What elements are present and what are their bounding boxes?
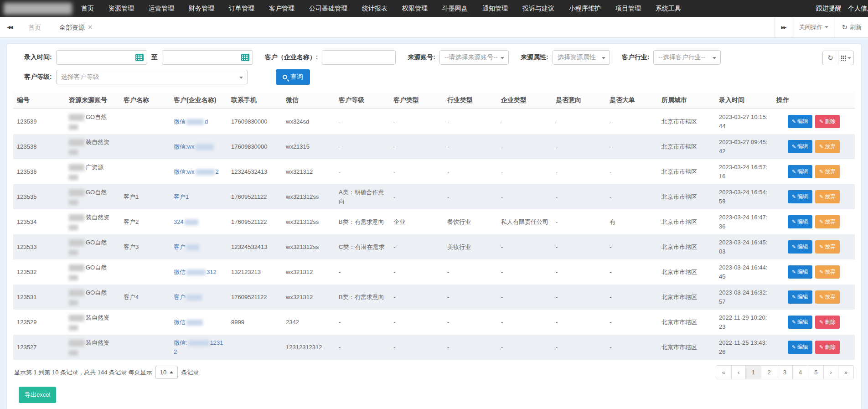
cell-source-account: GO自然 xyxy=(65,109,120,135)
page-link-›[interactable]: › xyxy=(823,365,838,379)
nav-item[interactable]: 订单管理 xyxy=(222,0,262,17)
nav-item[interactable]: 资源管理 xyxy=(101,0,141,17)
nav-item[interactable]: 统计报表 xyxy=(355,0,395,17)
nav-item[interactable]: 运营管理 xyxy=(141,0,181,17)
redacted-block xyxy=(69,315,84,321)
customer-name-input[interactable] xyxy=(322,50,396,65)
delete-button[interactable]: ✎删除 xyxy=(815,316,840,329)
edit-button[interactable]: ✎编辑 xyxy=(788,115,812,128)
abandon-button[interactable]: ✎放弃 xyxy=(815,190,840,203)
edit-button[interactable]: ✎编辑 xyxy=(788,290,812,304)
cell-company-name: 324 xyxy=(170,209,227,234)
close-operations-dropdown[interactable]: 关闭操作 xyxy=(792,17,835,37)
edit-pencil-icon: ✎ xyxy=(792,344,796,350)
column-header: 资源来源账号 xyxy=(65,92,120,109)
cell-company-name: 微信312 xyxy=(170,259,227,285)
abandon-button[interactable]: ✎放弃 xyxy=(815,215,840,228)
entry-time-end-input[interactable] xyxy=(162,50,253,65)
nav-item[interactable]: 投诉与建议 xyxy=(515,0,562,17)
nav-item[interactable]: 斗墨网盘 xyxy=(435,0,475,17)
nav-item[interactable]: 财务管理 xyxy=(181,0,222,17)
nav-item[interactable]: 通知管理 xyxy=(475,0,515,17)
page-link-2[interactable]: 2 xyxy=(761,365,777,379)
cell-industry-type: - xyxy=(444,259,497,285)
redacted-block xyxy=(69,350,78,356)
company-link[interactable]: 微信:12312 xyxy=(174,339,223,355)
cell-intent: - xyxy=(552,184,606,209)
columns-toggle-button[interactable] xyxy=(838,51,854,65)
tabs-collapse-left-icon[interactable]: ◀◀ xyxy=(0,17,19,37)
company-link[interactable]: 微信:wx2 xyxy=(174,168,219,175)
tab-首页[interactable]: 首页 xyxy=(19,17,50,37)
cell-customer-name xyxy=(120,159,170,184)
refresh-table-button[interactable]: ↻ xyxy=(822,51,838,65)
refresh-button[interactable]: ↻ 刷新 xyxy=(835,17,868,37)
nav-item[interactable]: 公司基础管理 xyxy=(302,0,355,17)
abandon-button[interactable]: ✎放弃 xyxy=(815,140,840,153)
edit-button[interactable]: ✎编辑 xyxy=(788,316,812,329)
abandon-button[interactable]: ✎放弃 xyxy=(815,165,840,178)
cell-industry-type: 餐饮行业 xyxy=(444,209,497,234)
company-link[interactable]: 客户1 xyxy=(174,193,189,200)
abandon-button[interactable]: ✎放弃 xyxy=(815,265,840,279)
company-link[interactable]: 微信312 xyxy=(174,269,217,275)
tab-全部资源[interactable]: 全部资源× xyxy=(50,17,101,37)
edit-pencil-icon: ✎ xyxy=(819,319,823,325)
nav-item[interactable]: 首页 xyxy=(74,0,101,17)
company-link[interactable]: 客户 xyxy=(174,294,203,300)
edit-button[interactable]: ✎编辑 xyxy=(788,190,812,203)
close-tab-icon[interactable]: × xyxy=(88,23,92,31)
calendar-icon[interactable] xyxy=(241,54,249,61)
page-link-3[interactable]: 3 xyxy=(777,365,793,379)
customer-level-select[interactable]: 选择客户等级 xyxy=(56,70,248,84)
page-link-«[interactable]: « xyxy=(716,365,732,379)
abandon-button[interactable]: ✎放弃 xyxy=(815,290,840,304)
edit-button[interactable]: ✎编辑 xyxy=(788,341,812,354)
nav-item[interactable]: 系统工具 xyxy=(648,0,688,17)
redacted-block xyxy=(69,225,78,230)
delete-button[interactable]: ✎删除 xyxy=(815,341,840,354)
nav-menu: 首页资源管理运营管理财务管理订单管理客户管理公司基础管理统计报表权限管理斗墨网盘… xyxy=(74,0,688,17)
column-header: 微信 xyxy=(282,92,335,109)
company-link[interactable]: 微信 xyxy=(174,319,204,326)
table-row: 123531GO自然客户4客户17609521122wx321312B类：有需求… xyxy=(13,285,855,310)
tabs-forward-button[interactable]: ▶▶ xyxy=(775,17,792,37)
edit-button[interactable]: ✎编辑 xyxy=(788,215,812,228)
page-link-4[interactable]: 4 xyxy=(792,365,808,379)
edit-button[interactable]: ✎编辑 xyxy=(788,140,812,153)
cell-level: - xyxy=(335,109,390,135)
page-link-5[interactable]: 5 xyxy=(808,365,824,379)
export-excel-button[interactable]: 导出excel xyxy=(19,387,56,403)
page-item: 3 xyxy=(777,365,793,379)
page-link-‹[interactable]: ‹ xyxy=(731,365,746,379)
nav-item[interactable]: 项目管理 xyxy=(608,0,648,17)
abandon-button[interactable]: ✎放弃 xyxy=(815,240,840,254)
cell-level: - xyxy=(335,259,390,285)
edit-button[interactable]: ✎编辑 xyxy=(788,165,812,178)
table-row: 123538装自然资微信:wx17609830000wx21315------北… xyxy=(13,134,855,159)
page-size-dropdown[interactable]: 10 xyxy=(155,366,178,379)
company-link[interactable]: 324 xyxy=(174,218,199,225)
source-account-select[interactable]: --请选择来源账号-- xyxy=(439,50,509,65)
summary-prefix: 显示第 1 到第 10 条记录，总共 144 条记录 每页显示 xyxy=(14,368,152,377)
source-attr-select[interactable]: 选择资源属性 xyxy=(553,50,610,65)
page-link-»[interactable]: » xyxy=(838,365,854,379)
delete-button[interactable]: ✎删除 xyxy=(815,115,840,128)
calendar-icon[interactable] xyxy=(135,54,144,61)
page-link-1[interactable]: 1 xyxy=(745,365,761,379)
company-link[interactable]: 微信d xyxy=(174,118,208,125)
customer-industry-select[interactable]: --选择客户行业-- xyxy=(653,50,721,65)
company-link[interactable]: 微信:wx xyxy=(174,143,215,150)
edit-button[interactable]: ✎编辑 xyxy=(788,240,812,254)
nav-right-item[interactable]: 跟进提醒 xyxy=(816,0,842,17)
edit-button-label: 编辑 xyxy=(797,168,808,176)
query-button[interactable]: 查询 xyxy=(276,69,310,85)
table-row: 123534装自然资客户232417609521122wx321312ssB类：… xyxy=(13,209,855,234)
nav-item[interactable]: 权限管理 xyxy=(395,0,435,17)
edit-button[interactable]: ✎编辑 xyxy=(788,265,812,279)
nav-item[interactable]: 小程序维护 xyxy=(562,0,608,17)
nav-right-item[interactable]: 个人信息 xyxy=(848,0,868,17)
entry-time-start-input[interactable] xyxy=(56,50,147,65)
nav-item[interactable]: 客户管理 xyxy=(262,0,302,17)
company-link[interactable]: 客户 xyxy=(174,243,200,250)
